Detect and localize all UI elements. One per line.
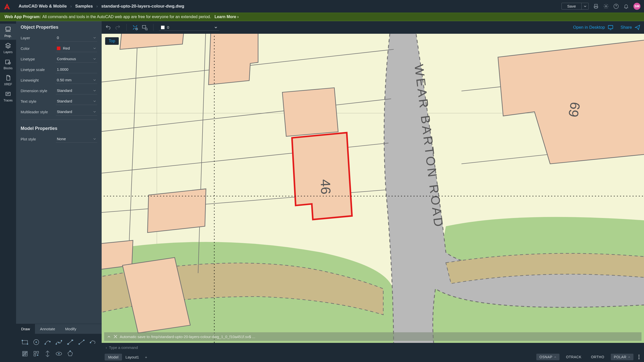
prop-plot-style-select[interactable]: None: [56, 135, 97, 143]
svg-point-8: [27, 344, 28, 345]
nav-strip: Prop. Layers Blocks XREF Traces: [0, 21, 16, 362]
canvas-toolbar: 0 Open in Desktop Share: [102, 21, 644, 34]
chevron-down-icon: [93, 100, 96, 103]
bell-icon[interactable]: [623, 4, 629, 9]
promo-body: All commands and tools in the AutoCAD we…: [42, 15, 211, 19]
prop-linetype-scale-input[interactable]: 1.0000: [56, 66, 97, 73]
chevron-up-icon: [628, 356, 630, 358]
user-avatar[interactable]: SM: [633, 3, 640, 10]
prop-multileader-style-select[interactable]: Standard: [56, 108, 97, 116]
layout-tab-layout1[interactable]: Layout1: [122, 354, 142, 360]
layer-quick-select[interactable]: 0: [159, 24, 219, 31]
nav-xref[interactable]: XREF: [0, 72, 16, 88]
nav-blocks[interactable]: Blocks: [0, 56, 16, 72]
svg-rect-33: [282, 88, 338, 136]
command-line[interactable]: › Type a command: [102, 343, 644, 352]
tool-circle[interactable]: [31, 337, 41, 347]
send-icon: [634, 24, 640, 30]
share-link[interactable]: Share: [621, 24, 640, 30]
plot-69-label: 69: [566, 101, 583, 118]
layout-tab-model[interactable]: Model: [105, 354, 122, 360]
svg-point-15: [61, 340, 62, 341]
tool-dimension-line[interactable]: [65, 337, 75, 347]
help-icon[interactable]: [613, 4, 619, 9]
chevron-up-icon: [554, 356, 556, 358]
tool-grid: [16, 334, 102, 362]
svg-point-16: [67, 344, 68, 345]
tool-array[interactable]: [31, 348, 41, 359]
plot-46-label: 46: [318, 179, 334, 195]
breadcrumb-folder[interactable]: Samples: [75, 4, 93, 9]
layer-swatch-icon: [161, 26, 165, 29]
prop-text-style: Text style Standard: [16, 96, 102, 106]
redo-icon[interactable]: [115, 24, 121, 30]
svg-point-17: [72, 340, 73, 341]
chevron-down-icon: [93, 47, 96, 50]
gear-icon[interactable]: [603, 4, 609, 9]
chevron-down-icon: [93, 36, 96, 39]
prop-text-style-select[interactable]: Standard: [56, 97, 97, 105]
tool-polygon[interactable]: [65, 348, 75, 359]
prop-plot-style: Plot style None: [16, 134, 102, 144]
tool-rectangle[interactable]: [20, 337, 30, 347]
svg-point-28: [70, 351, 71, 352]
save-split-button[interactable]: Save: [561, 3, 589, 10]
save-button[interactable]: Save: [562, 3, 581, 9]
svg-point-13: [56, 344, 57, 345]
zoom-extents-icon[interactable]: [132, 24, 138, 30]
tool-tab-draw[interactable]: Draw: [16, 324, 35, 334]
chevron-down-icon: [93, 89, 96, 92]
breadcrumb-file[interactable]: standard-upto-20-layers-colour-dwg.dwg: [101, 4, 184, 9]
svg-point-25: [37, 355, 38, 356]
svg-point-10: [36, 342, 37, 343]
statusbar-menu[interactable]: [637, 355, 641, 359]
drawing-viewport[interactable]: 46 69 WEAR BARTON ROAD Top Automatic sav…: [102, 34, 644, 343]
nav-traces[interactable]: Traces: [0, 88, 16, 104]
color-swatch-icon: [57, 47, 60, 50]
undo-icon[interactable]: [105, 24, 111, 30]
tool-polyline[interactable]: [54, 337, 64, 347]
nav-properties[interactable]: Prop.: [0, 24, 16, 40]
svg-rect-23: [37, 351, 39, 353]
open-in-desktop-link[interactable]: Open in Desktop: [573, 24, 614, 30]
autocad-logo-icon: [4, 3, 11, 10]
prop-lineweight: Lineweight 0.50 mm: [16, 75, 102, 85]
traces-icon: [5, 91, 11, 97]
tool-revcloud[interactable]: [88, 337, 98, 347]
svg-point-7: [22, 340, 23, 341]
prop-lineweight-select[interactable]: 0.50 mm: [56, 76, 97, 84]
tool-hatch[interactable]: [20, 348, 30, 359]
expand-icon[interactable]: [107, 334, 111, 339]
view-cube-top[interactable]: Top: [105, 37, 119, 45]
chevron-down-icon: [214, 26, 217, 29]
toggle-otrack[interactable]: OTRACK: [563, 354, 584, 360]
svg-point-18: [79, 344, 80, 345]
tool-line[interactable]: [76, 337, 87, 347]
print-icon[interactable]: [593, 4, 599, 9]
prop-layer-select[interactable]: 0: [56, 34, 97, 42]
save-caret-button[interactable]: [581, 3, 588, 9]
svg-rect-6: [22, 340, 27, 344]
promo-learn-more[interactable]: Learn More ›: [215, 15, 239, 19]
properties-panel: Object Properties Layer 0 Color Red Line…: [16, 21, 102, 362]
prop-dimension-style-select[interactable]: Standard: [56, 87, 97, 94]
prop-color-select[interactable]: Red: [56, 45, 97, 52]
tool-ellipse[interactable]: [54, 348, 64, 359]
breadcrumb-root[interactable]: AutoCAD Web & Mobile: [19, 4, 67, 9]
tool-tab-annotate[interactable]: Annotate: [35, 324, 60, 334]
app-header: AutoCAD Web & Mobile › Samples › standar…: [0, 0, 644, 13]
toggle-ortho[interactable]: ORTHO: [588, 354, 607, 360]
prop-linetype-select[interactable]: Continuous: [56, 55, 97, 63]
toggle-polar[interactable]: POLAR: [611, 354, 633, 360]
zoom-window-icon[interactable]: [142, 24, 148, 30]
close-icon[interactable]: [113, 334, 118, 339]
tool-tab-modify[interactable]: Modify: [60, 324, 81, 334]
prop-dimension-style: Dimension style Standard: [16, 85, 102, 96]
tool-point-style[interactable]: [42, 348, 53, 359]
add-layout-tab[interactable]: +: [142, 354, 150, 360]
nav-layers[interactable]: Layers: [0, 40, 16, 56]
chevron-down-icon: [93, 79, 96, 82]
prop-color: Color Red: [16, 43, 102, 54]
toggle-osnap[interactable]: OSNAP: [536, 354, 559, 360]
tool-arc[interactable]: [42, 337, 53, 347]
